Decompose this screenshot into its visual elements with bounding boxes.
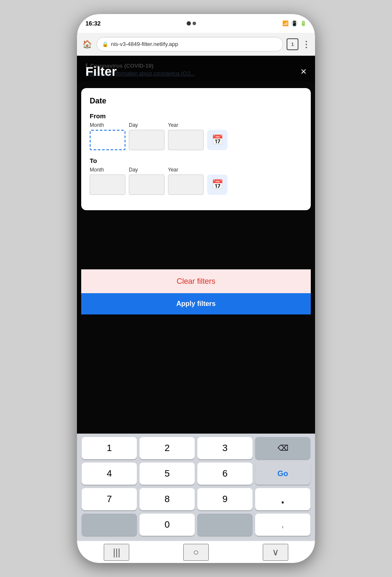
key-3[interactable]: 3 xyxy=(197,437,253,459)
key-5[interactable]: 5 xyxy=(139,463,195,485)
key-6[interactable]: 6 xyxy=(197,463,253,485)
app-content: ℹ Coronavirus (COVID-19) Get current inf… xyxy=(77,56,315,434)
key-empty-left xyxy=(82,514,137,536)
from-month-input[interactable] xyxy=(90,130,125,150)
keyboard-row-2: 4 5 6 Go xyxy=(79,463,313,485)
clear-filters-button[interactable]: Clear filters xyxy=(81,269,311,293)
date-section-title: Date xyxy=(90,97,302,106)
from-date-group: From Month Day Year 📅 xyxy=(90,112,302,150)
to-year-group: Year xyxy=(168,167,204,195)
key-slash[interactable]: , xyxy=(255,514,310,536)
phone-device: 16:32 📶 📳 🔋 🏠 🔒 nis-v3-4849-filter.netli… xyxy=(77,14,315,563)
key-0[interactable]: 0 xyxy=(139,514,195,536)
signal-icon: 📳 xyxy=(291,20,298,26)
nav-back-button[interactable]: ||| xyxy=(104,544,129,561)
apply-filters-button[interactable]: Apply filters xyxy=(81,293,311,314)
filter-title: Filter xyxy=(85,64,116,79)
key-empty-right xyxy=(197,514,253,536)
keyboard-row-4: 0 , xyxy=(79,514,313,536)
status-time: 16:32 xyxy=(85,20,101,27)
to-date-group: To Month Day Year 📅 xyxy=(90,157,302,195)
home-icon: ○ xyxy=(193,547,199,558)
from-fields-row: Month Day Year 📅 xyxy=(90,122,302,150)
from-month-group: Month xyxy=(90,122,125,150)
nav-bar: ||| ○ ∨ xyxy=(77,541,315,563)
key-backspace[interactable]: ⌫ xyxy=(255,437,310,459)
nav-recent-button[interactable]: ∨ xyxy=(263,544,288,561)
to-day-input[interactable] xyxy=(129,174,165,195)
to-month-input[interactable] xyxy=(90,174,125,195)
nav-home-button[interactable]: ○ xyxy=(183,544,209,561)
sensor-dot xyxy=(193,22,196,25)
status-icons: 📶 📳 🔋 xyxy=(282,20,307,26)
key-1[interactable]: 1 xyxy=(82,437,137,459)
battery-icon: 🔋 xyxy=(300,20,307,26)
key-4[interactable]: 4 xyxy=(82,463,137,485)
to-year-label: Year xyxy=(168,167,204,173)
key-9[interactable]: 9 xyxy=(197,488,253,510)
filter-header: Filter × xyxy=(77,56,315,86)
browser-bar: 🏠 🔒 nis-v3-4849-filter.netlify.app 1 ⋮ xyxy=(77,33,315,56)
home-button[interactable]: 🏠 xyxy=(81,38,93,50)
calendar-icon: 📅 xyxy=(212,134,223,146)
browser-menu-button[interactable]: ⋮ xyxy=(302,39,311,49)
from-year-label: Year xyxy=(168,122,204,128)
keyboard-row-3: 7 8 9 . xyxy=(79,488,313,510)
keyboard-row-1: 1 2 3 ⌫ xyxy=(79,437,313,459)
to-month-group: Month xyxy=(90,167,125,195)
from-month-label: Month xyxy=(90,122,125,128)
recent-icon: ∨ xyxy=(272,547,279,558)
filter-card: Date From Month Day Year xyxy=(81,88,311,210)
keyboard: 1 2 3 ⌫ 4 5 6 Go 7 8 9 . 0 , xyxy=(77,434,315,541)
key-dot[interactable]: . xyxy=(255,488,310,510)
from-day-group: Day xyxy=(129,122,165,150)
url-text: nis-v3-4849-filter.netlify.app xyxy=(111,41,178,47)
back-icon: ||| xyxy=(113,547,120,558)
to-day-group: Day xyxy=(129,167,165,195)
key-7[interactable]: 7 xyxy=(82,488,137,510)
filter-close-button[interactable]: × xyxy=(301,66,307,77)
from-year-input[interactable] xyxy=(168,130,204,150)
from-year-group: Year xyxy=(168,122,204,150)
to-fields-row: Month Day Year 📅 xyxy=(90,167,302,195)
key-8[interactable]: 8 xyxy=(139,488,195,510)
tab-button[interactable]: 1 xyxy=(287,38,298,50)
to-day-label: Day xyxy=(129,167,165,173)
key-go[interactable]: Go xyxy=(255,463,310,485)
wifi-icon: 📶 xyxy=(282,20,289,26)
calendar-icon-to: 📅 xyxy=(212,179,223,190)
from-day-label: Day xyxy=(129,122,165,128)
key-2[interactable]: 2 xyxy=(139,437,195,459)
status-bar: 16:32 📶 📳 🔋 xyxy=(77,14,315,33)
url-bar[interactable]: 🔒 nis-v3-4849-filter.netlify.app xyxy=(97,37,283,51)
to-year-input[interactable] xyxy=(168,174,204,195)
from-label: From xyxy=(90,112,302,120)
from-day-input[interactable] xyxy=(129,130,165,150)
lock-icon: 🔒 xyxy=(102,41,108,47)
to-month-label: Month xyxy=(90,167,125,173)
from-calendar-button[interactable]: 📅 xyxy=(207,130,227,150)
notch-area xyxy=(187,21,196,26)
to-label: To xyxy=(90,157,302,164)
camera-dot xyxy=(187,21,191,26)
to-calendar-button[interactable]: 📅 xyxy=(207,174,227,195)
